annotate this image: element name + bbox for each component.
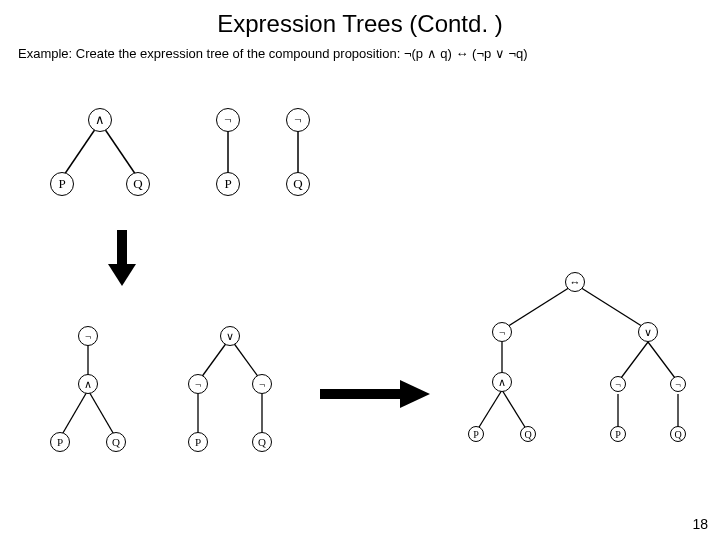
- node-and: ∧: [88, 108, 112, 132]
- arrow-down-icon: [108, 230, 136, 290]
- node-or: ∨: [220, 326, 240, 346]
- svg-line-18: [476, 390, 502, 432]
- example-prompt: Example: Create the expression tree of t…: [0, 38, 720, 61]
- arrow-right-icon: [320, 380, 430, 412]
- node-not: ¬: [78, 326, 98, 346]
- node-not: ¬: [670, 376, 686, 392]
- svg-line-16: [575, 284, 648, 330]
- svg-line-7: [60, 390, 88, 438]
- svg-marker-14: [400, 380, 430, 408]
- node-not: ¬: [492, 322, 512, 342]
- tree-not-and-pq: ¬ ∧ P Q: [40, 320, 160, 480]
- node-p: P: [468, 426, 484, 442]
- node-p: P: [610, 426, 626, 442]
- node-not: ¬: [188, 374, 208, 394]
- node-q: Q: [106, 432, 126, 452]
- svg-rect-13: [320, 389, 402, 399]
- svg-marker-5: [108, 264, 136, 286]
- tree-not-p: ¬ P: [200, 100, 260, 220]
- node-p: P: [216, 172, 240, 196]
- node-p: P: [50, 432, 70, 452]
- tree-and-pq: ∧ P Q: [40, 100, 180, 220]
- node-q: Q: [286, 172, 310, 196]
- svg-line-15: [502, 284, 575, 330]
- node-not: ¬: [286, 108, 310, 132]
- node-and: ∧: [78, 374, 98, 394]
- node-and: ∧: [492, 372, 512, 392]
- node-q: Q: [670, 426, 686, 442]
- node-q: Q: [252, 432, 272, 452]
- node-q: Q: [126, 172, 150, 196]
- tree-not-q: ¬ Q: [270, 100, 330, 220]
- page-number: 18: [692, 516, 708, 532]
- tree-final-iff: ↔ ¬ ∨ ∧ ¬ ¬ P Q P Q: [440, 268, 710, 478]
- node-iff: ↔: [565, 272, 585, 292]
- page-title: Expression Trees (Contd. ): [0, 0, 720, 38]
- node-or: ∨: [638, 322, 658, 342]
- svg-rect-4: [117, 230, 127, 266]
- node-q: Q: [520, 426, 536, 442]
- svg-line-20: [618, 342, 648, 382]
- node-p: P: [188, 432, 208, 452]
- svg-line-8: [88, 390, 116, 438]
- node-p: P: [50, 172, 74, 196]
- subtitle-expression: ¬(p ∧ q) ↔ (¬p ∨ ¬q): [404, 46, 528, 61]
- node-not: ¬: [216, 108, 240, 132]
- node-not: ¬: [610, 376, 626, 392]
- tree-or-notp-notq: ∨ ¬ ¬ P Q: [170, 320, 310, 480]
- subtitle-prefix: Example: Create the expression tree of t…: [18, 46, 404, 61]
- node-not: ¬: [252, 374, 272, 394]
